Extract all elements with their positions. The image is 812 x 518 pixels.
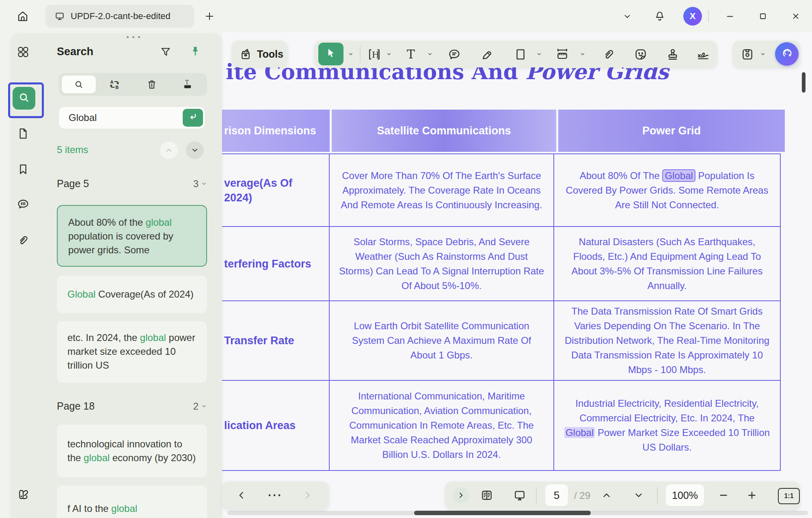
close-button[interactable] xyxy=(787,7,805,25)
sidebar-item-pages[interactable] xyxy=(14,125,32,142)
home-button[interactable] xyxy=(12,6,33,27)
notifications-button[interactable] xyxy=(651,7,669,25)
result-text: economy (by 2030) xyxy=(110,452,196,463)
search-result[interactable]: etc. In 2024, the global power market si… xyxy=(57,321,207,383)
history-navigation-bar xyxy=(222,481,329,509)
shape-tool-dropdown[interactable] xyxy=(536,51,542,57)
history-back-button[interactable] xyxy=(233,486,251,504)
heading-tool-button[interactable]: H xyxy=(367,47,382,62)
document-tab[interactable]: UPDF-2.0-cant-be-edited xyxy=(45,5,194,28)
sidebar-item-attachments[interactable] xyxy=(14,231,32,249)
search-result-active[interactable]: About 80% of the global population is co… xyxy=(57,205,207,267)
table-header-dimensions: rison Dimensions xyxy=(222,110,330,152)
next-result-button[interactable] xyxy=(186,141,204,159)
redact-icon: T xyxy=(182,79,193,90)
history-more-button[interactable] xyxy=(266,486,283,504)
svg-text:T: T xyxy=(407,47,415,61)
page-group-count[interactable]: 2 xyxy=(193,401,207,412)
redact-mode-button[interactable]: T xyxy=(177,76,198,93)
page-layout-button[interactable] xyxy=(478,486,496,504)
document-tab-icon xyxy=(54,11,65,22)
shape-tool-button[interactable] xyxy=(513,47,528,62)
horizontal-scrollbar[interactable] xyxy=(227,511,808,515)
panel-drag-handle[interactable] xyxy=(122,33,145,41)
select-tool-button[interactable] xyxy=(318,43,343,65)
highlighter-tool-button[interactable] xyxy=(480,47,495,62)
svg-text:A: A xyxy=(110,80,114,84)
result-match: global xyxy=(84,452,110,463)
two-page-icon xyxy=(480,489,493,502)
previous-result-button[interactable] xyxy=(160,141,178,159)
filter-button[interactable] xyxy=(157,43,175,61)
sticker-tool-button[interactable] xyxy=(633,47,648,62)
search-submit-button[interactable] xyxy=(183,109,203,127)
table-cell-satellite: Cover More Than 70% Of The Earth's Surfa… xyxy=(330,154,554,227)
search-result-partial[interactable]: f AI to the global xyxy=(57,486,207,518)
attachment-tool-button[interactable] xyxy=(601,47,616,62)
tools-label: Tools xyxy=(257,48,283,60)
minimize-icon xyxy=(725,11,735,22)
actual-size-button[interactable]: 1:1 xyxy=(778,488,800,504)
search-match-active: Global xyxy=(662,169,695,182)
text-tool-dropdown[interactable] xyxy=(427,51,433,57)
trash-icon xyxy=(146,79,158,90)
pin-button[interactable] xyxy=(186,43,204,61)
signature-tool-button[interactable] xyxy=(696,47,710,62)
palette-icon xyxy=(17,488,30,501)
save-dropdown[interactable] xyxy=(760,51,766,57)
result-group-page18[interactable]: Page 18 2 xyxy=(57,400,207,412)
pdf-viewport[interactable]: ite Communications And Power Grids rison… xyxy=(222,32,812,518)
maximize-button[interactable] xyxy=(754,7,772,25)
expand-nav-button[interactable] xyxy=(453,487,469,503)
cell-text: Industrial Electricity, Residential Elec… xyxy=(575,398,758,423)
minimize-button[interactable] xyxy=(721,7,739,25)
presentation-mode-button[interactable] xyxy=(511,486,529,504)
document-tab-title: UPDF-2.0-cant-be-edited xyxy=(71,11,171,22)
ai-assistant-button[interactable] xyxy=(775,42,799,66)
measure-tool-button[interactable] xyxy=(555,47,570,62)
sidebar-item-appearance[interactable] xyxy=(14,486,32,503)
save-toolbar xyxy=(733,41,800,67)
page-group-label: Page 18 xyxy=(57,400,95,412)
search-match: Global xyxy=(564,427,595,438)
replace-icon: AB xyxy=(109,79,120,90)
text-tool-button[interactable]: T xyxy=(404,47,418,62)
sidebar-item-comments[interactable] xyxy=(14,195,32,213)
svg-text:H: H xyxy=(372,50,380,60)
comment-tool-button[interactable] xyxy=(447,47,462,62)
next-page-button[interactable] xyxy=(630,486,648,504)
tools-button[interactable]: Tools xyxy=(232,41,287,67)
select-tool-dropdown[interactable] xyxy=(348,51,354,57)
search-result[interactable]: technological innovation to the global e… xyxy=(57,425,207,477)
previous-page-button[interactable] xyxy=(598,486,615,504)
history-forward-button[interactable] xyxy=(298,486,316,504)
count-value: 2 xyxy=(193,401,199,412)
search-input[interactable]: Global xyxy=(58,106,205,129)
page-group-count[interactable]: 3 xyxy=(193,178,207,190)
zoom-in-button[interactable] xyxy=(743,486,761,504)
table-header-row: rison Dimensions Satellite Communication… xyxy=(222,110,785,152)
result-text: Coverage(As of 2024) xyxy=(95,289,193,300)
measure-tool-dropdown[interactable] xyxy=(579,51,586,57)
result-group-page5[interactable]: Page 5 3 xyxy=(57,178,207,190)
replace-mode-button[interactable]: AB xyxy=(104,76,125,93)
page-number-input[interactable]: 5 xyxy=(545,484,568,506)
delete-results-button[interactable] xyxy=(141,76,162,93)
heading-tool-dropdown[interactable] xyxy=(386,51,392,57)
user-avatar[interactable]: X xyxy=(683,7,702,26)
new-tab-button[interactable] xyxy=(200,6,219,26)
zoom-level-button[interactable]: 100% xyxy=(666,484,704,506)
chevron-down-icon xyxy=(622,11,633,22)
stamp-tool-button[interactable] xyxy=(665,47,680,62)
sidebar-item-bookmarks[interactable] xyxy=(14,160,32,178)
sidebar-item-thumbnails[interactable] xyxy=(14,43,32,61)
annotation-toolbar: H T xyxy=(314,41,717,67)
zoom-out-button[interactable] xyxy=(715,486,732,504)
search-result[interactable]: Global Coverage(As of 2024) xyxy=(57,276,207,313)
search-mode-icon[interactable] xyxy=(68,76,89,93)
table-cell-power: Natural Disasters (Such As Earthquakes, … xyxy=(554,227,781,301)
horizontal-scrollbar-thumb[interactable] xyxy=(414,511,591,515)
vertical-scrollbar-thumb[interactable] xyxy=(802,72,806,93)
titlebar-dropdown-button[interactable] xyxy=(618,7,636,25)
save-button[interactable] xyxy=(740,47,755,62)
